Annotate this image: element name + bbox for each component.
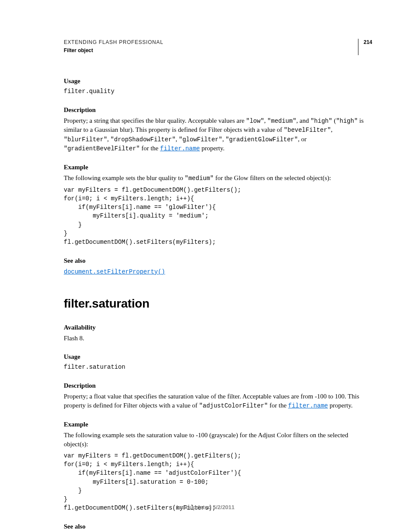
usage-block: Usage filter.quality — [64, 77, 372, 96]
usage-code: filter.quality — [64, 87, 372, 96]
value-gradientbevel: "gradientBevelFilter" — [64, 145, 140, 152]
desc-text: for the — [268, 402, 288, 409]
example-code: var myFilters = fl.getDocumentDOM().getF… — [64, 186, 372, 247]
value-blur: "blurFilter" — [64, 136, 107, 143]
api-heading: filter.saturation — [64, 295, 372, 312]
seealso-block: See also document.setFilterProperty() — [64, 522, 372, 532]
footer-updated: Last updated 5/2/2011 — [0, 504, 411, 511]
description-text: Property; a float value that specifies t… — [64, 392, 372, 411]
desc-text: , or — [298, 136, 306, 143]
value-bevel: "bevelFilter" — [284, 127, 331, 134]
value-medium: "medium" — [268, 118, 296, 124]
filter-name-link[interactable]: filter.name — [160, 145, 200, 152]
availability-label: Availability — [64, 323, 372, 332]
value-high: "high" — [336, 118, 358, 124]
example-text: The following example sets the blur qual… — [64, 174, 185, 181]
seealso-block: See also document.setFilterProperty() — [64, 256, 372, 277]
page-number: 214 — [358, 39, 372, 55]
desc-text: , — [264, 117, 268, 124]
value-low: "low" — [246, 118, 264, 124]
usage-label: Usage — [64, 77, 372, 86]
description-label: Description — [64, 106, 372, 115]
page-header: EXTENDING FLASH PROFESSIONAL Filter obje… — [64, 39, 372, 55]
header-left: EXTENDING FLASH PROFESSIONAL Filter obje… — [64, 39, 358, 54]
filter-name-link[interactable]: filter.name — [288, 402, 328, 409]
value-high: "high" — [311, 118, 332, 124]
availability-text: Flash 8. — [64, 334, 372, 343]
desc-text: Property; a string that specifies the bl… — [64, 117, 246, 124]
example-block: Example The following example sets the b… — [64, 163, 372, 247]
desc-text: property. — [328, 402, 352, 409]
example-intro: The following example sets the blur qual… — [64, 174, 372, 183]
description-block: Description Property; a float value that… — [64, 381, 372, 411]
value-adjustcolor: "adjustColorFilter" — [199, 402, 268, 409]
description-text: Property; a string that specifies the bl… — [64, 116, 372, 153]
example-intro: The following example sets the saturatio… — [64, 431, 372, 449]
example-block: Example The following example sets the s… — [64, 420, 372, 513]
doc-title: EXTENDING FLASH PROFESSIONAL — [64, 39, 358, 46]
example-text: for the Glow filters on the selected obj… — [214, 174, 331, 181]
description-label: Description — [64, 381, 372, 390]
value-dropshadow: "dropShadowFilter" — [110, 136, 175, 143]
desc-text: , — [176, 136, 179, 143]
desc-text: for the — [140, 145, 160, 152]
example-value: "medium" — [185, 175, 214, 182]
example-label: Example — [64, 163, 372, 172]
value-gradientglow: "gradientGlowFilter" — [225, 136, 298, 143]
seealso-label: See also — [64, 256, 372, 265]
value-glow: "glowFilter" — [179, 136, 222, 143]
seealso-label: See also — [64, 522, 372, 531]
desc-text: ( — [332, 117, 336, 124]
availability-block: Availability Flash 8. — [64, 323, 372, 343]
desc-text: , and — [296, 117, 311, 124]
seealso-link[interactable]: document.setFilterProperty() — [64, 268, 165, 275]
description-block: Description Property; a string that spec… — [64, 106, 372, 153]
usage-code: filter.saturation — [64, 363, 372, 372]
example-label: Example — [64, 420, 372, 429]
usage-block: Usage filter.saturation — [64, 352, 372, 372]
doc-section: Filter object — [64, 47, 358, 54]
desc-text: property. — [200, 145, 224, 152]
usage-label: Usage — [64, 352, 372, 361]
desc-text: , — [331, 126, 333, 133]
